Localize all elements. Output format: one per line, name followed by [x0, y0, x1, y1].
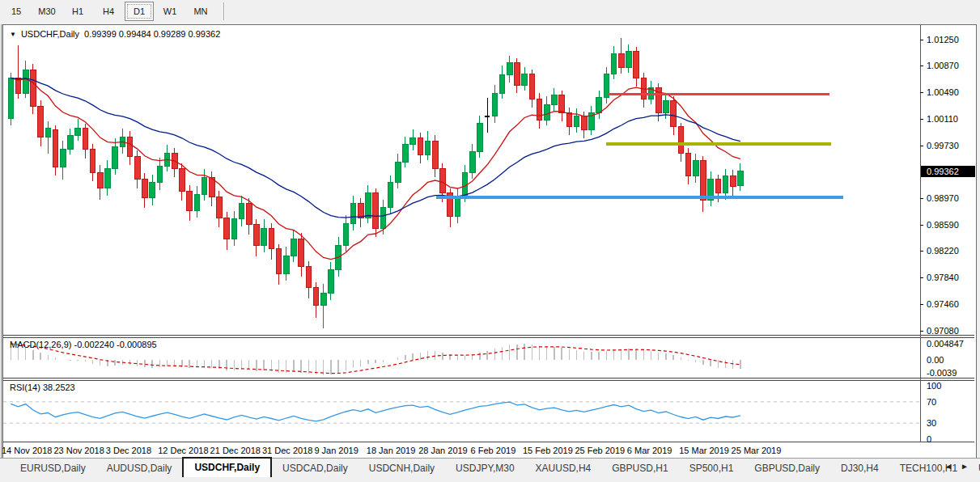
candle-body	[329, 270, 334, 293]
candle-body	[217, 197, 223, 218]
macd-axis-label: 0.004847	[927, 339, 964, 349]
tab-scroll-right-icon[interactable]: ►	[961, 462, 969, 471]
candle-body	[455, 197, 460, 216]
chart-tab-xauusd-h4[interactable]: XAUUSD,H4	[525, 459, 602, 477]
price-tick	[920, 119, 923, 120]
price-tick	[920, 225, 923, 226]
price-tick-label: 0.97460	[927, 299, 959, 309]
candle-body	[97, 172, 103, 188]
price-tick	[920, 198, 923, 199]
time-tick-label: 3 Dec 2018	[106, 446, 151, 455]
price-axis: 1.012501.008701.004901.001100.997300.989…	[920, 25, 976, 442]
candle-body	[269, 228, 274, 249]
candle-body	[194, 195, 200, 211]
timeframe-button-h4[interactable]: H4	[94, 2, 123, 21]
candle-body	[313, 287, 319, 305]
status-strip	[0, 477, 980, 482]
time-tick-label: 12 Dec 2018	[158, 446, 208, 455]
candle-body	[596, 98, 602, 113]
price-tick	[920, 92, 923, 93]
chart-tab-audusd-daily[interactable]: AUDUSD,Daily	[96, 459, 183, 477]
rsi-axis-label: 70	[927, 397, 936, 407]
candle-body	[499, 74, 505, 93]
price-tick-label: 0.98590	[927, 220, 959, 230]
chart-tab-usdjpy-m30[interactable]: USDJPY,M30	[445, 459, 524, 477]
candle-body	[537, 99, 542, 120]
macd-label: MACD(12,26,9) -0.002240 -0.000895	[10, 340, 157, 349]
candle-body	[373, 193, 379, 228]
price-tick-label: 0.98970	[927, 193, 959, 203]
time-tick-label: 25 Mar 2019	[732, 446, 782, 455]
symbol-timeframe-label: USDCHF,Daily	[21, 29, 79, 39]
candle-body	[410, 138, 416, 145]
tab-scroll-arrows: ◄►	[944, 462, 969, 471]
chart-tab-sp500-h1[interactable]: SP500,H1	[679, 459, 745, 477]
ohlc-values: 0.99399 0.99484 0.99289 0.99362	[84, 29, 220, 39]
chart-tab-eurusd-daily[interactable]: EURUSD,Daily	[10, 459, 96, 477]
candle-body	[730, 175, 736, 186]
candle-body	[187, 191, 193, 210]
chart-tab-gbpusd-daily[interactable]: GBPUSD,Daily	[744, 459, 830, 477]
candle-body	[395, 162, 401, 183]
rsi-pane[interactable]	[3, 381, 920, 442]
candle-body	[299, 239, 304, 267]
chart-tab-usdchf-daily[interactable]: USDCHF,Daily	[182, 457, 272, 478]
candle-body	[83, 129, 88, 150]
candle-body	[180, 169, 185, 192]
tab-scroll-left-icon[interactable]: ◄	[944, 462, 952, 471]
price-tick-label: 1.00110	[927, 114, 958, 124]
timeframe-button-h1[interactable]: H1	[63, 2, 92, 21]
price-tick	[920, 146, 923, 146]
candle-body	[261, 228, 267, 246]
time-tick-label: 31 Dec 2018	[262, 446, 312, 455]
macd-axis-label: 0.00	[927, 355, 944, 365]
chart-tab-ukc[interactable]: UKC	[968, 459, 980, 477]
candle-body	[566, 113, 572, 127]
symbol-dropdown-icon[interactable]: ▼	[10, 31, 16, 38]
candle-body	[38, 106, 44, 137]
time-tick-label: 23 Nov 2018	[53, 446, 104, 455]
timeframe-button-15[interactable]: 15	[2, 2, 31, 21]
time-tick-label: 21 Dec 2018	[210, 446, 261, 455]
time-axis: 14 Nov 201823 Nov 20183 Dec 201812 Dec 2…	[3, 442, 974, 459]
time-tick-label: 25 Feb 2019	[575, 446, 625, 455]
rsi-axis-label: 30	[927, 418, 936, 428]
rsi-line	[11, 402, 740, 421]
price-tick	[920, 277, 923, 278]
candle-body	[388, 183, 393, 207]
time-tick-label: 15 Feb 2019	[523, 446, 573, 455]
candle-body	[320, 293, 326, 305]
candle-body	[492, 93, 498, 116]
candle-body	[8, 78, 14, 118]
price-tick-label: 0.97840	[927, 273, 959, 282]
price-tick	[920, 331, 923, 332]
candle-body	[544, 104, 549, 120]
time-tick-label: 9 Jan 2019	[314, 446, 358, 455]
candle-body	[53, 129, 58, 167]
price-tick-label: 0.98220	[927, 246, 959, 256]
candle-body	[306, 267, 312, 288]
timeframe-button-mn[interactable]: MN	[186, 2, 215, 21]
candle-body	[678, 127, 684, 154]
time-tick-label: 14 Nov 2018	[2, 446, 52, 455]
chart-tab-gbpusd-h1[interactable]: GBPUSD,H1	[601, 459, 678, 477]
candle-body	[343, 223, 349, 246]
chart-tab-usdcad-daily[interactable]: USDCAD,Daily	[272, 459, 358, 477]
rsi-label: RSI(14) 38.2523	[10, 383, 75, 392]
timeframe-button-w1[interactable]: W1	[155, 2, 185, 21]
candle-body	[150, 182, 155, 198]
timeframe-button-m30[interactable]: M30	[32, 2, 62, 21]
chart-tab-dj30-h4[interactable]: DJ30,H4	[830, 459, 889, 477]
candle-body	[664, 100, 669, 113]
candle-body	[254, 225, 260, 246]
timeframe-button-d1[interactable]: D1	[125, 2, 154, 21]
candle-body	[291, 239, 297, 256]
candle-body	[350, 204, 356, 223]
main-chart-pane[interactable]	[3, 27, 920, 335]
candle-body	[358, 204, 363, 218]
rsi-axis-label: 100	[927, 381, 941, 391]
time-tick-label: 15 Mar 2019	[679, 446, 729, 455]
chart-tab-usdcnh-daily[interactable]: USDCNH,Daily	[358, 459, 445, 477]
candle-body	[68, 135, 74, 149]
candle-body	[224, 218, 230, 239]
